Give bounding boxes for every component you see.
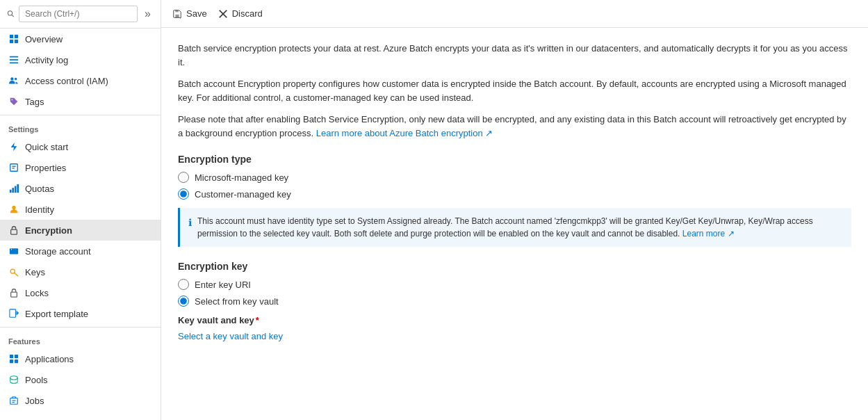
quotas-icon [8, 183, 19, 194]
encryption-type-group: Microsoft-managed key Customer-managed k… [178, 172, 851, 200]
radio-customer-key[interactable]: Customer-managed key [178, 188, 851, 200]
settings-section-label: Settings [0, 118, 161, 136]
svg-rect-17 [12, 188, 14, 193]
radio-customer-input[interactable] [178, 188, 189, 200]
toolbar: Save Discard [161, 0, 868, 28]
nav-tags[interactable]: Tags [0, 91, 161, 112]
search-icon [7, 9, 15, 19]
nav-export-template[interactable]: Export template [0, 303, 161, 324]
external-link-icon: ↗ [485, 128, 493, 138]
learn-more-encryption-link[interactable]: Learn more about Azure Batch encryption … [316, 128, 493, 138]
key-vault-label-text: Key vault and key [178, 315, 254, 325]
search-input[interactable] [19, 6, 138, 22]
svg-rect-23 [10, 249, 18, 251]
radio-select-vault-input[interactable] [178, 296, 189, 307]
nav-storage-account[interactable]: Storage account [0, 241, 161, 261]
radio-select-vault[interactable]: Select from key vault [178, 296, 851, 307]
svg-rect-3 [15, 35, 18, 38]
tag-icon [8, 96, 19, 107]
lightning-icon [8, 141, 19, 152]
nav-quick-start[interactable]: Quick start [0, 136, 161, 157]
save-button[interactable]: Save [172, 6, 207, 22]
radio-customer-label: Customer-managed key [195, 189, 291, 200]
sidebar: » Overview Activity log Access control (… [0, 0, 161, 420]
radio-microsoft-key[interactable]: Microsoft-managed key [178, 172, 851, 183]
search-box: » [0, 0, 161, 29]
grid-icon [8, 33, 19, 45]
discard-button[interactable]: Discard [218, 6, 263, 22]
nav-pools-label: Pools [25, 375, 48, 385]
key-vault-label: Key vault and key* [178, 315, 851, 325]
svg-point-10 [15, 78, 17, 81]
nav-access-control-label: Access control (IAM) [25, 76, 108, 86]
learn-more-encryption-label: Learn more about Azure Batch encryption [316, 128, 483, 138]
svg-rect-5 [15, 40, 18, 43]
svg-marker-12 [11, 143, 17, 151]
encryption-type-title: Encryption type [178, 154, 851, 165]
collapse-button[interactable]: » [142, 6, 154, 22]
required-marker: * [256, 315, 259, 325]
key-icon [8, 266, 19, 277]
nav-encryption[interactable]: Encryption [0, 220, 161, 241]
radio-enter-uri[interactable]: Enter key URI [178, 279, 851, 290]
apps-icon [8, 353, 19, 364]
svg-point-24 [11, 249, 12, 250]
people-icon [8, 75, 19, 86]
svg-rect-32 [10, 360, 13, 363]
svg-line-26 [14, 273, 18, 276]
svg-rect-4 [10, 40, 13, 43]
save-label: Save [186, 8, 207, 19]
radio-enter-uri-label: Enter key URI [195, 280, 251, 290]
svg-rect-2 [10, 35, 13, 38]
nav-activity-log[interactable]: Activity log [0, 49, 161, 70]
nav-access-control[interactable]: Access control (IAM) [0, 70, 161, 91]
nav-pools[interactable]: Pools [0, 369, 161, 390]
encryption-key-group: Enter key URI Select from key vault [178, 279, 851, 307]
svg-point-0 [8, 11, 12, 15]
nav-overview[interactable]: Overview [0, 29, 161, 49]
nav-locks[interactable]: Locks [0, 282, 161, 303]
info-box: ℹ This account must have identity type s… [178, 208, 851, 247]
info-learn-more-link[interactable]: Learn more ↗ [682, 229, 735, 239]
svg-rect-35 [10, 398, 18, 405]
nav-identity[interactable]: Identity [0, 199, 161, 220]
nav-locks-label: Locks [25, 288, 49, 298]
discard-label: Discard [232, 8, 263, 19]
svg-rect-18 [15, 186, 17, 193]
nav-properties-label: Properties [25, 163, 66, 173]
svg-rect-19 [17, 184, 19, 193]
divider-1 [0, 115, 161, 115]
select-key-vault-link[interactable]: Select a key vault and key [178, 331, 283, 341]
nav-keys-label: Keys [25, 267, 45, 277]
nav-keys[interactable]: Keys [0, 261, 161, 282]
nav-applications-label: Applications [25, 354, 74, 364]
svg-rect-39 [175, 10, 178, 12]
storage-icon [8, 245, 19, 257]
discard-icon [218, 9, 228, 19]
radio-enter-uri-input[interactable] [178, 279, 189, 290]
svg-rect-21 [11, 229, 17, 234]
nav-properties[interactable]: Properties [0, 157, 161, 178]
nav-applications[interactable]: Applications [0, 348, 161, 369]
info-external-icon: ↗ [728, 229, 735, 239]
desc-2: Batch account Encryption property config… [178, 77, 851, 104]
props-icon [8, 162, 19, 173]
svg-rect-16 [10, 190, 12, 193]
identity-icon [8, 204, 19, 215]
nav-quotas[interactable]: Quotas [0, 178, 161, 199]
nav-quotas-label: Quotas [25, 184, 54, 194]
lock-icon [8, 225, 19, 236]
svg-point-9 [10, 77, 13, 80]
nav-jobs-label: Jobs [25, 396, 44, 406]
pools-icon [8, 374, 19, 385]
nav-storage-account-label: Storage account [25, 246, 91, 257]
svg-rect-7 [10, 59, 18, 60]
radio-microsoft-label: Microsoft-managed key [195, 172, 288, 183]
nav-encryption-label: Encryption [25, 225, 72, 236]
content-area: Batch service encryption protects your d… [161, 28, 868, 420]
save-icon [172, 9, 182, 19]
radio-microsoft-input[interactable] [178, 172, 189, 183]
nav-jobs[interactable]: Jobs [0, 390, 161, 411]
key-vault-section: Key vault and key* Select a key vault an… [178, 315, 851, 341]
nav-activity-log-label: Activity log [25, 55, 68, 65]
